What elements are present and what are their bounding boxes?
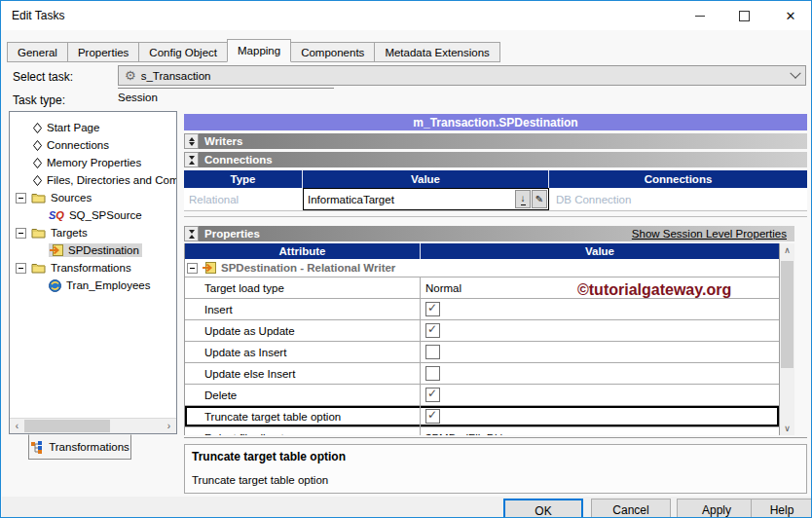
tree-item-transformations[interactable]: Transformations	[10, 259, 175, 277]
properties-section-header: Properties Show Session Level Properties	[184, 226, 794, 241]
collapse-expander-icon[interactable]	[16, 263, 26, 274]
tab-metadata-extensions[interactable]: Metadata Extensions	[374, 42, 499, 62]
collapse-expander-icon[interactable]	[187, 263, 198, 274]
connection-type-cell: Relational	[184, 188, 303, 210]
properties-section-label: Properties	[204, 228, 260, 240]
truncate-target-table-checkbox[interactable]	[425, 409, 440, 424]
close-button[interactable]: ✕	[770, 1, 811, 30]
scrollbar-thumb[interactable]	[781, 261, 794, 368]
writers-section-header: Writers	[184, 133, 807, 149]
select-task-value: s_Transaction	[141, 70, 211, 82]
dropdown-arrow-icon: ↓	[521, 194, 526, 205]
tree-item-sources[interactable]: Sources	[10, 189, 175, 206]
help-button[interactable]: Help	[751, 499, 812, 518]
tab-config-object[interactable]: Config Object	[138, 42, 228, 62]
show-session-level-properties-link[interactable]: Show Session Level Properties	[632, 228, 787, 240]
tree-item-label: Files, Directories and Com	[47, 174, 177, 186]
tab-strip: General Properties Config Object Mapping…	[7, 39, 499, 62]
tree-item-connections[interactable]: Connections	[10, 136, 175, 154]
transformation-icon	[49, 279, 61, 292]
column-header-value: Value	[303, 170, 549, 188]
property-row[interactable]: Update else Insert	[185, 363, 779, 385]
insert-checkbox[interactable]	[425, 302, 440, 316]
properties-group-row[interactable]: SPDestination - Relational Writer	[185, 259, 779, 278]
scroll-right-icon[interactable]: ›	[162, 419, 176, 433]
maximize-button[interactable]	[723, 1, 764, 30]
selected-tree-item: SPDestination	[49, 243, 142, 257]
edit-tasks-dialog: Edit Tasks ✕ General Properties Config O…	[0, 0, 812, 518]
tab-components[interactable]: Components	[290, 42, 375, 62]
folder-icon	[31, 262, 46, 274]
tab-properties[interactable]: Properties	[67, 42, 139, 62]
properties-vertical-scrollbar[interactable]: ∧ ∨	[780, 243, 794, 435]
connection-dropdown-button[interactable]: ↓	[515, 190, 531, 208]
delete-checkbox[interactable]	[425, 388, 440, 402]
panel-splitter	[184, 437, 807, 438]
tree-item-label: Sources	[51, 192, 92, 204]
tree-item-tran-employees[interactable]: Tran_Employees	[10, 277, 175, 294]
source-qualifier-icon: SQ	[49, 209, 64, 221]
property-row[interactable]: Update as Insert	[185, 342, 779, 363]
writers-section-label: Writers	[204, 135, 242, 147]
tab-mapping[interactable]: Mapping	[227, 39, 291, 62]
description-panel: Truncate target table option Truncate ta…	[184, 444, 807, 494]
property-row[interactable]: Reject file directory $PMBadFileDir\	[185, 427, 779, 435]
task-diamond-icon	[33, 123, 42, 133]
tree-item-files-directories[interactable]: Files, Directories and Com	[10, 171, 175, 189]
update-else-insert-checkbox[interactable]	[425, 366, 440, 381]
session-gear-icon: ⚙	[125, 69, 136, 82]
cancel-button[interactable]: Cancel	[591, 499, 671, 518]
tree-item-memory-properties[interactable]: Memory Properties	[10, 154, 175, 171]
triangle-down-icon	[189, 230, 195, 234]
tree-item-spdestination[interactable]: SPDestination	[10, 241, 175, 259]
collapse-expander-icon[interactable]	[16, 228, 26, 239]
properties-table-header: Attribute Value	[185, 243, 779, 259]
property-row[interactable]: Update as Update	[185, 320, 779, 342]
tree-item-targets[interactable]: Targets	[10, 224, 175, 241]
expand-section-button[interactable]	[184, 133, 199, 149]
update-as-update-checkbox[interactable]	[425, 323, 440, 338]
connections-section-header: Connections	[184, 152, 807, 167]
minimize-icon	[695, 16, 705, 17]
column-header-type: Type	[184, 170, 303, 188]
scroll-up-icon[interactable]: ∧	[780, 243, 794, 257]
bottom-tab-label: Transformations	[49, 441, 129, 453]
maximize-icon	[739, 11, 750, 21]
value-cell[interactable]: $PMBadFileDir\	[421, 427, 779, 435]
update-as-insert-checkbox[interactable]	[425, 345, 440, 359]
tree-horizontal-scrollbar[interactable]: ‹ ›	[10, 418, 176, 433]
connection-edit-button[interactable]: ✎	[532, 190, 547, 208]
task-diamond-icon	[33, 140, 42, 151]
ok-button[interactable]: OK	[503, 499, 583, 518]
apply-button[interactable]: Apply	[677, 499, 757, 518]
attribute-cell: Update else Insert	[185, 363, 421, 384]
property-row-selected[interactable]: Truncate target table option	[185, 406, 779, 427]
collapse-section-button[interactable]	[184, 226, 199, 241]
tree-item-start-page[interactable]: Start Page	[10, 119, 175, 136]
tree-item-sq-spsource[interactable]: SQ SQ_SPSource	[10, 206, 175, 224]
scroll-left-icon[interactable]: ‹	[10, 419, 24, 433]
triangle-up-icon	[189, 235, 195, 239]
collapse-section-button[interactable]	[184, 152, 199, 167]
triangle-down-icon	[189, 142, 195, 146]
property-row[interactable]: Delete	[185, 385, 779, 406]
group-label: SPDestination - Relational Writer	[221, 262, 395, 274]
minimize-button[interactable]	[680, 1, 720, 30]
column-header-attribute: Attribute	[185, 243, 421, 259]
tree-item-label: Tran_Employees	[66, 279, 151, 291]
property-row[interactable]: Insert	[185, 299, 779, 320]
collapse-expander-icon[interactable]	[16, 193, 26, 204]
connection-value-text: InformaticaTarget	[308, 194, 394, 205]
scrollbar-thumb[interactable]	[24, 420, 110, 432]
target-icon	[203, 262, 216, 274]
close-icon: ✕	[786, 9, 796, 23]
pencil-icon: ✎	[535, 194, 543, 204]
connections-table-header: Type Value Connections	[184, 170, 807, 188]
connection-value-cell[interactable]: InformaticaTarget ↓ ✎	[303, 188, 549, 210]
select-task-dropdown[interactable]: ⚙ s_Transaction	[118, 65, 806, 86]
column-header-connections: Connections	[549, 170, 807, 188]
column-header-value: Value	[421, 243, 779, 259]
scroll-down-icon[interactable]: ∨	[780, 422, 794, 435]
transformations-bottom-tab[interactable]: Transformations	[28, 434, 131, 460]
tab-general[interactable]: General	[7, 42, 68, 62]
